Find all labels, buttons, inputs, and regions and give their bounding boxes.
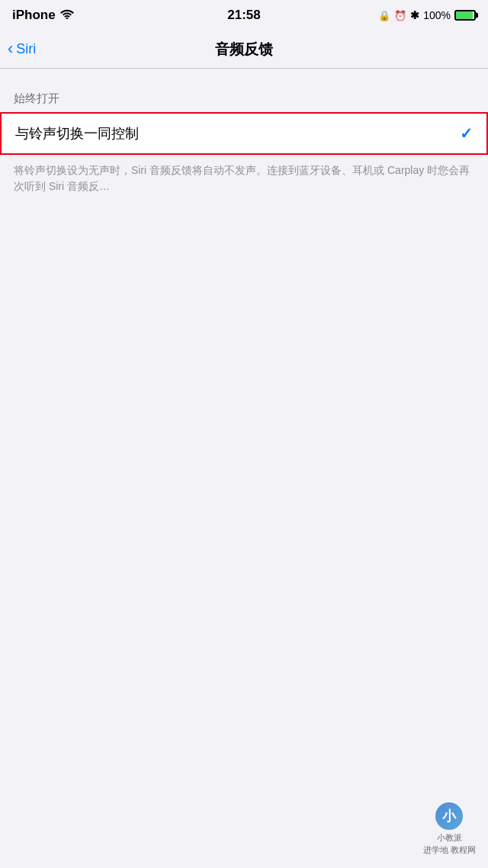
status-bar: iPhone 21:58 🔒 ⏰ ✱ 100% bbox=[0, 0, 488, 31]
row-label: 与铃声切换一同控制 bbox=[15, 124, 139, 143]
section-footer: 将铃声切换设为无声时，Siri 音频反馈将自动不发声。连接到蓝牙设备、耳机或 C… bbox=[0, 155, 488, 194]
battery-percent: 100% bbox=[423, 9, 451, 21]
page-title: 音频反馈 bbox=[215, 40, 273, 59]
watermark-line2: 进学地 教程网 bbox=[423, 844, 476, 856]
section-header: 始终打开 bbox=[0, 92, 488, 112]
wifi-icon bbox=[60, 8, 74, 23]
back-button[interactable]: ‹ Siri bbox=[8, 41, 36, 57]
battery-icon bbox=[454, 10, 476, 21]
status-time: 21:58 bbox=[227, 8, 260, 23]
lock-icon: 🔒 bbox=[378, 10, 390, 21]
status-left: iPhone bbox=[12, 8, 74, 23]
watermark: 小 小教派 进学地 教程网 bbox=[423, 802, 476, 856]
status-right: 🔒 ⏰ ✱ 100% bbox=[378, 9, 476, 21]
back-chevron-icon: ‹ bbox=[8, 40, 13, 57]
watermark-line1: 小教派 bbox=[423, 832, 476, 844]
device-name: iPhone bbox=[12, 8, 56, 23]
table-row[interactable]: 与铃声切换一同控制 ✓ bbox=[2, 114, 486, 153]
svg-point-0 bbox=[66, 18, 68, 19]
nav-bar: ‹ Siri 音频反馈 bbox=[0, 31, 488, 69]
watermark-logo: 小 bbox=[435, 802, 463, 830]
alarm-icon: ⏰ bbox=[394, 10, 406, 21]
back-label: Siri bbox=[16, 41, 36, 57]
settings-group: 与铃声切换一同控制 ✓ bbox=[0, 112, 488, 155]
bluetooth-icon: ✱ bbox=[410, 9, 419, 21]
content-area: 始终打开 与铃声切换一同控制 ✓ 将铃声切换设为无声时，Siri 音频反馈将自动… bbox=[0, 69, 488, 194]
checkmark-icon: ✓ bbox=[460, 124, 473, 143]
